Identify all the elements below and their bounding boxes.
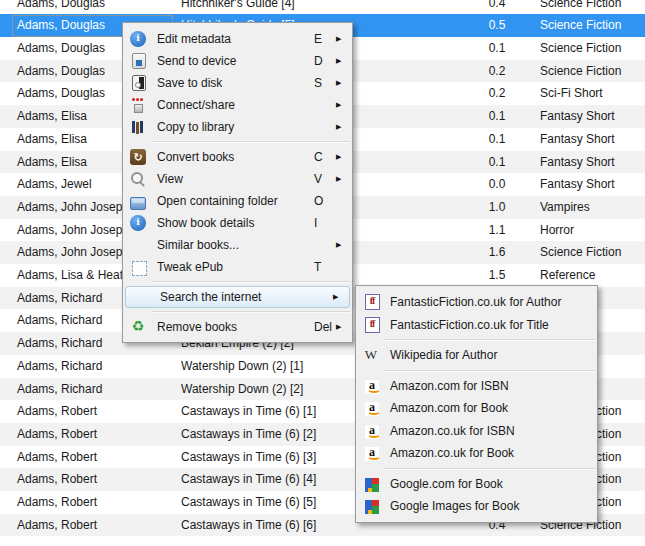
- menu-item-fantasticfiction-co-uk-for-author[interactable]: FantasticFiction.co.uk for Author: [356, 291, 597, 314]
- google-icon-quadrant: [368, 488, 372, 492]
- menu-item-label: Amazon.com for ISBN: [386, 379, 597, 393]
- search-internet-submenu: FantasticFiction.co.uk for AuthorFantast…: [355, 285, 598, 523]
- menu-item-label: FantasticFiction.co.uk for Title: [386, 318, 597, 332]
- menu-item-label: Copy to library: [153, 120, 314, 134]
- shortcut-label: C: [314, 150, 336, 164]
- menu-item-label: Amazon.co.uk for ISBN: [386, 424, 597, 438]
- value-cell: 0.4: [462, 0, 532, 14]
- submenu-arrow-icon: ▶: [336, 72, 352, 94]
- menu-item-label: Convert books: [153, 150, 314, 164]
- menu-item-label: Connect/share: [153, 98, 314, 112]
- value-cell: 0.2: [462, 82, 532, 105]
- menu-item-label: Amazon.com for Book: [386, 401, 597, 415]
- menu-item-wikipedia-for-author[interactable]: Wikipedia for Author: [356, 344, 597, 367]
- value-cell: 1.6: [462, 241, 532, 264]
- table-row[interactable]: Adams, DouglasHitchhiker's Guide [4]0.4S…: [0, 0, 645, 14]
- menu-item-label: Search the internet: [156, 290, 311, 304]
- view-icon: [130, 171, 146, 187]
- menu-item-label: Open containing folder: [153, 194, 314, 208]
- menu-item-label: Show book details: [153, 216, 314, 230]
- author-cell: Adams, Robert: [0, 514, 172, 537]
- menu-item-tweak-epub[interactable]: Tweak ePubT: [123, 256, 352, 278]
- menu-item-view[interactable]: ViewV▶: [123, 168, 352, 190]
- value-cell: 1.5: [462, 264, 532, 287]
- menu-item-label: Save to disk: [153, 76, 314, 90]
- open-folder-icon: [130, 197, 146, 210]
- menu-item-icon-column: [123, 149, 153, 165]
- shortcut-label: Del: [314, 320, 336, 334]
- fantasticfiction-icon: [365, 317, 380, 333]
- menu-item-icon-column: [123, 319, 153, 335]
- menu-item-save-to-disk[interactable]: Save to diskS▶: [123, 72, 352, 94]
- send-to-device-icon: [132, 53, 146, 69]
- menu-item-icon-column: [123, 119, 153, 135]
- menu-item-copy-to-library[interactable]: Copy to library▶: [123, 116, 352, 138]
- shortcut-label: I: [314, 216, 336, 230]
- menu-item-similar-books[interactable]: Similar books...▶: [123, 234, 352, 256]
- menu-item-label: View: [153, 172, 314, 186]
- genre-cell: Science Fiction: [540, 14, 644, 37]
- menu-item-amazon-com-for-isbn[interactable]: Amazon.com for ISBN: [356, 375, 597, 398]
- menu-item-fantasticfiction-co-uk-for-title[interactable]: FantasticFiction.co.uk for Title: [356, 314, 597, 337]
- author-cell: Adams, Robert: [0, 446, 172, 469]
- genre-cell: Science Fiction: [540, 241, 644, 264]
- menu-separator: [385, 339, 595, 341]
- genre-cell: Fantasy Short: [540, 128, 644, 151]
- author-cell: Adams, Richard: [0, 355, 172, 378]
- genre-cell: Vampires: [540, 196, 644, 219]
- menu-item-edit-metadata[interactable]: Edit metadataE▶: [123, 28, 352, 50]
- context-menu: Edit metadataE▶Send to deviceD▶Save to d…: [122, 22, 353, 343]
- connect-share-icon: [130, 97, 146, 113]
- title-cell: Hitchhiker's Guide [4]: [181, 0, 459, 14]
- genre-cell: Science Fiction: [540, 60, 644, 83]
- menu-item-icon-column: [123, 171, 153, 187]
- menu-item-convert-books[interactable]: Convert booksC▶: [123, 146, 352, 168]
- menu-item-icon-column: [356, 294, 386, 310]
- menu-item-icon-column: [356, 317, 386, 333]
- menu-separator: [385, 370, 595, 372]
- author-cell: Adams, Richard: [0, 378, 172, 401]
- menu-item-icon-column: [356, 424, 386, 438]
- menu-item-amazon-co-uk-for-isbn[interactable]: Amazon.co.uk for ISBN: [356, 420, 597, 443]
- author-cell: Adams, Robert: [0, 468, 172, 491]
- save-to-disk-icon: [132, 75, 146, 91]
- genre-cell: Fantasy Short: [540, 105, 644, 128]
- shortcut-label: T: [314, 260, 336, 274]
- menu-item-google-images-for-book[interactable]: Google Images for Book: [356, 495, 597, 518]
- submenu-arrow-icon: ▶: [336, 116, 352, 138]
- menu-item-amazon-com-for-book[interactable]: Amazon.com for Book: [356, 397, 597, 420]
- menu-item-label: Remove books: [153, 320, 314, 334]
- author-cell: Adams, Robert: [0, 423, 172, 446]
- remove-books-icon: [130, 319, 146, 335]
- menu-item-icon-column: [356, 499, 386, 513]
- value-cell: 1.0: [462, 196, 532, 219]
- menu-separator: [152, 311, 350, 313]
- menu-item-open-containing-folder[interactable]: Open containing folderO: [123, 190, 352, 212]
- menu-item-send-to-device[interactable]: Send to deviceD▶: [123, 50, 352, 72]
- value-cell: 0.1: [462, 37, 532, 60]
- wikipedia-icon: [363, 347, 379, 363]
- menu-item-connect-share[interactable]: Connect/share▶: [123, 94, 352, 116]
- menu-item-remove-books[interactable]: Remove booksDel▶: [123, 316, 352, 338]
- value-cell: 0.1: [462, 128, 532, 151]
- genre-cell: Science Fiction: [540, 37, 644, 60]
- genre-cell: Science Fiction: [540, 0, 644, 14]
- menu-item-google-com-for-book[interactable]: Google.com for Book: [356, 473, 597, 496]
- menu-separator: [152, 141, 350, 143]
- value-cell: 0.2: [462, 60, 532, 83]
- value-cell: 1.1: [462, 219, 532, 242]
- menu-item-icon-column: [123, 195, 153, 208]
- menu-item-show-book-details[interactable]: Show book detailsI: [123, 212, 352, 234]
- menu-separator: [152, 281, 350, 283]
- menu-item-search-the-internet[interactable]: Search the internet▶: [125, 286, 350, 308]
- show-details-icon: [130, 215, 146, 231]
- menu-item-icon-column: [123, 75, 153, 91]
- shortcut-label: S: [314, 76, 336, 90]
- menu-item-amazon-co-uk-for-book[interactable]: Amazon.co.uk for Book: [356, 442, 597, 465]
- menu-item-label: Google.com for Book: [386, 477, 597, 491]
- amazon-icon: [365, 425, 379, 439]
- submenu-arrow-icon: ▶: [336, 146, 352, 168]
- submenu-arrow-icon: ▶: [333, 286, 349, 308]
- menu-item-label: Amazon.co.uk for Book: [386, 446, 597, 460]
- menu-item-label: Google Images for Book: [386, 499, 597, 513]
